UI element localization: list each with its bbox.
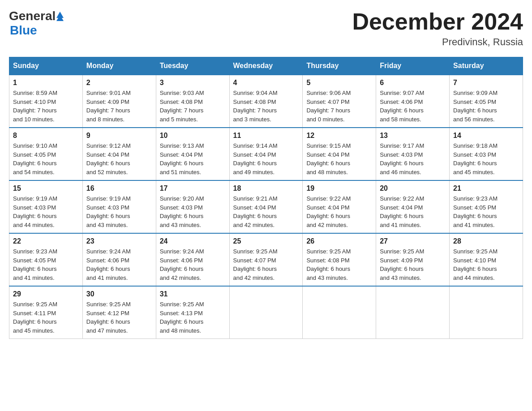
day-number: 19 [306, 184, 372, 193]
day-info: Sunrise: 9:22 AMSunset: 4:04 PMDaylight:… [380, 194, 446, 229]
day-number: 15 [13, 184, 79, 193]
calendar-cell: 11Sunrise: 9:14 AMSunset: 4:04 PMDayligh… [229, 128, 303, 180]
calendar-cell: 5Sunrise: 9:06 AMSunset: 4:07 PMDaylight… [303, 75, 376, 128]
calendar-cell [376, 286, 450, 339]
day-number: 10 [160, 132, 226, 140]
day-info: Sunrise: 9:12 AMSunset: 4:04 PMDaylight:… [86, 141, 152, 176]
calendar-cell: 16Sunrise: 9:19 AMSunset: 4:03 PMDayligh… [82, 180, 156, 233]
calendar-cell: 20Sunrise: 9:22 AMSunset: 4:04 PMDayligh… [376, 180, 450, 233]
calendar-week-row: 8Sunrise: 9:10 AMSunset: 4:05 PMDaylight… [9, 128, 523, 180]
calendar-cell: 3Sunrise: 9:03 AMSunset: 4:08 PMDaylight… [156, 75, 229, 128]
calendar-header-saturday: Saturday [450, 57, 523, 75]
day-info: Sunrise: 9:18 AMSunset: 4:03 PMDaylight:… [453, 141, 519, 176]
calendar-cell [229, 286, 303, 339]
calendar-cell: 13Sunrise: 9:17 AMSunset: 4:03 PMDayligh… [376, 128, 450, 180]
day-number: 7 [453, 79, 519, 87]
day-number: 20 [380, 184, 446, 193]
calendar-header-sunday: Sunday [9, 57, 83, 75]
calendar-header-tuesday: Tuesday [156, 57, 229, 75]
day-number: 31 [160, 290, 226, 298]
day-info: Sunrise: 9:25 AMSunset: 4:13 PMDaylight:… [160, 300, 226, 335]
day-info: Sunrise: 9:13 AMSunset: 4:04 PMDaylight:… [160, 141, 226, 176]
day-number: 28 [453, 237, 519, 245]
calendar-cell: 28Sunrise: 9:25 AMSunset: 4:10 PMDayligh… [450, 233, 523, 286]
calendar-cell: 31Sunrise: 9:25 AMSunset: 4:13 PMDayligh… [156, 286, 229, 339]
month-title: December 2024 [352, 9, 523, 34]
calendar-cell: 27Sunrise: 9:25 AMSunset: 4:09 PMDayligh… [376, 233, 450, 286]
calendar-cell: 19Sunrise: 9:22 AMSunset: 4:04 PMDayligh… [303, 180, 376, 233]
calendar-cell: 26Sunrise: 9:25 AMSunset: 4:08 PMDayligh… [303, 233, 376, 286]
day-number: 30 [86, 290, 152, 298]
day-info: Sunrise: 9:23 AMSunset: 4:05 PMDaylight:… [13, 247, 79, 282]
day-number: 22 [13, 237, 79, 245]
calendar-table: SundayMondayTuesdayWednesdayThursdayFrid… [9, 57, 523, 339]
logo: General Blue [9, 9, 64, 38]
page-header: General Blue December 2024 Predivinsk, R… [9, 9, 523, 48]
day-number: 3 [160, 79, 226, 87]
day-number: 29 [13, 290, 79, 298]
day-info: Sunrise: 9:19 AMSunset: 4:03 PMDaylight:… [13, 194, 79, 229]
day-info: Sunrise: 9:14 AMSunset: 4:04 PMDaylight:… [233, 141, 299, 176]
calendar-cell: 18Sunrise: 9:21 AMSunset: 4:04 PMDayligh… [229, 180, 303, 233]
calendar-header-friday: Friday [376, 57, 450, 75]
day-info: Sunrise: 9:22 AMSunset: 4:04 PMDaylight:… [306, 194, 372, 229]
day-number: 9 [86, 132, 152, 140]
day-number: 16 [86, 184, 152, 193]
day-number: 8 [13, 132, 79, 140]
day-number: 6 [380, 79, 446, 87]
calendar-cell: 25Sunrise: 9:25 AMSunset: 4:07 PMDayligh… [229, 233, 303, 286]
calendar-cell: 24Sunrise: 9:24 AMSunset: 4:06 PMDayligh… [156, 233, 229, 286]
logo-blue-text: Blue [10, 23, 37, 38]
day-number: 26 [306, 237, 372, 245]
day-number: 17 [160, 184, 226, 193]
day-info: Sunrise: 9:25 AMSunset: 4:09 PMDaylight:… [380, 247, 446, 282]
day-info: Sunrise: 9:20 AMSunset: 4:03 PMDaylight:… [160, 194, 226, 229]
title-area: December 2024 Predivinsk, Russia [352, 9, 523, 48]
calendar-cell: 2Sunrise: 9:01 AMSunset: 4:09 PMDaylight… [82, 75, 156, 128]
day-info: Sunrise: 9:25 AMSunset: 4:11 PMDaylight:… [13, 300, 79, 335]
calendar-cell: 4Sunrise: 9:04 AMSunset: 4:08 PMDaylight… [229, 75, 303, 128]
calendar-cell [303, 286, 376, 339]
calendar-week-row: 1Sunrise: 8:59 AMSunset: 4:10 PMDaylight… [9, 75, 523, 128]
calendar-cell: 21Sunrise: 9:23 AMSunset: 4:05 PMDayligh… [450, 180, 523, 233]
day-number: 24 [160, 237, 226, 245]
day-info: Sunrise: 9:17 AMSunset: 4:03 PMDaylight:… [380, 141, 446, 176]
calendar-cell: 29Sunrise: 9:25 AMSunset: 4:11 PMDayligh… [9, 286, 83, 339]
calendar-cell: 23Sunrise: 9:24 AMSunset: 4:06 PMDayligh… [82, 233, 156, 286]
calendar-cell: 17Sunrise: 9:20 AMSunset: 4:03 PMDayligh… [156, 180, 229, 233]
day-info: Sunrise: 9:23 AMSunset: 4:05 PMDaylight:… [453, 194, 519, 229]
day-number: 5 [306, 79, 372, 87]
calendar-cell [450, 286, 523, 339]
calendar-cell: 12Sunrise: 9:15 AMSunset: 4:04 PMDayligh… [303, 128, 376, 180]
day-info: Sunrise: 9:03 AMSunset: 4:08 PMDaylight:… [160, 89, 226, 124]
calendar-cell: 15Sunrise: 9:19 AMSunset: 4:03 PMDayligh… [9, 180, 83, 233]
day-info: Sunrise: 9:24 AMSunset: 4:06 PMDaylight:… [86, 247, 152, 282]
day-info: Sunrise: 8:59 AMSunset: 4:10 PMDaylight:… [13, 89, 79, 124]
day-info: Sunrise: 9:01 AMSunset: 4:09 PMDaylight:… [86, 89, 152, 124]
day-number: 21 [453, 184, 519, 193]
day-info: Sunrise: 9:15 AMSunset: 4:04 PMDaylight:… [306, 141, 372, 176]
day-number: 18 [233, 184, 299, 193]
day-info: Sunrise: 9:21 AMSunset: 4:04 PMDaylight:… [233, 194, 299, 229]
day-number: 13 [380, 132, 446, 140]
day-number: 14 [453, 132, 519, 140]
day-number: 2 [86, 79, 152, 87]
day-number: 27 [380, 237, 446, 245]
day-info: Sunrise: 9:25 AMSunset: 4:08 PMDaylight:… [306, 247, 372, 282]
day-info: Sunrise: 9:10 AMSunset: 4:05 PMDaylight:… [13, 141, 79, 176]
calendar-cell: 1Sunrise: 8:59 AMSunset: 4:10 PMDaylight… [9, 75, 83, 128]
day-info: Sunrise: 9:09 AMSunset: 4:05 PMDaylight:… [453, 89, 519, 124]
calendar-header-monday: Monday [82, 57, 156, 75]
calendar-cell: 30Sunrise: 9:25 AMSunset: 4:12 PMDayligh… [82, 286, 156, 339]
calendar-week-row: 22Sunrise: 9:23 AMSunset: 4:05 PMDayligh… [9, 233, 523, 286]
calendar-cell: 14Sunrise: 9:18 AMSunset: 4:03 PMDayligh… [450, 128, 523, 180]
calendar-header-wednesday: Wednesday [229, 57, 303, 75]
calendar-cell: 7Sunrise: 9:09 AMSunset: 4:05 PMDaylight… [450, 75, 523, 128]
calendar-week-row: 15Sunrise: 9:19 AMSunset: 4:03 PMDayligh… [9, 180, 523, 233]
day-info: Sunrise: 9:25 AMSunset: 4:10 PMDaylight:… [453, 247, 519, 282]
day-info: Sunrise: 9:04 AMSunset: 4:08 PMDaylight:… [233, 89, 299, 124]
calendar-cell: 8Sunrise: 9:10 AMSunset: 4:05 PMDaylight… [9, 128, 83, 180]
logo-general-text: General [9, 9, 56, 23]
day-number: 11 [233, 132, 299, 140]
day-info: Sunrise: 9:25 AMSunset: 4:12 PMDaylight:… [86, 300, 152, 335]
